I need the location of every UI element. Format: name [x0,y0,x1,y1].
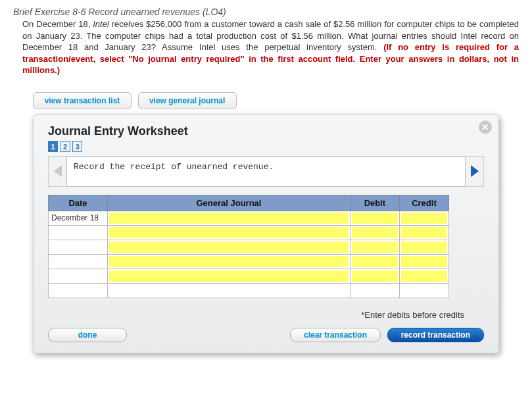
general-journal-cell[interactable] [108,283,351,298]
instruction-text: Record the receipt of unearned revenue. [66,156,466,187]
general-journal-cell[interactable] [108,211,351,225]
credit-cell[interactable] [399,269,448,283]
next-arrow[interactable] [466,156,484,187]
tab-buttons: view transaction list view general journ… [33,92,519,109]
col-date-header: Date [49,195,108,211]
record-transaction-button[interactable]: record transaction [387,328,484,342]
step-2[interactable]: 2 [60,141,70,152]
prev-arrow[interactable] [48,156,66,187]
general-journal-cell[interactable] [108,225,351,240]
date-cell[interactable] [49,269,108,283]
col-gj-header: General Journal [108,195,351,211]
table-row [49,269,449,283]
credit-cell[interactable] [399,211,448,225]
debit-cell[interactable] [350,269,399,283]
chevron-left-icon [54,165,62,177]
debit-cell[interactable] [350,283,399,298]
worksheet-title: Journal Entry Worksheet [48,124,484,138]
date-cell: December 18 [49,211,108,225]
credit-cell[interactable] [399,254,448,269]
debit-cell[interactable] [350,254,399,269]
credit-cell[interactable] [399,283,448,298]
exercise-title: Brief Exercise 8-6 Record unearned reven… [13,7,519,17]
bottom-row: done clear transaction record transactio… [48,328,484,342]
table-row: December 18 [49,211,449,225]
problem-part1: On December 18, [22,19,93,29]
general-journal-cell[interactable] [108,254,351,269]
table-row [49,283,449,298]
date-cell[interactable] [49,240,108,254]
journal-entry-table: Date General Journal Debit Credit Decemb… [48,195,449,298]
step-3[interactable]: 3 [72,141,82,152]
company-name: Intel [93,19,109,29]
table-row [49,240,449,254]
col-credit-header: Credit [399,195,448,211]
general-journal-cell[interactable] [108,240,351,254]
step-boxes: 1 2 3 [48,141,484,152]
credit-cell[interactable] [399,240,448,254]
debit-cell[interactable] [350,225,399,240]
done-button[interactable]: done [48,328,127,342]
clear-transaction-button[interactable]: clear transaction [290,328,381,342]
general-journal-cell[interactable] [108,269,351,283]
chevron-right-icon [471,165,479,177]
debit-cell[interactable] [350,240,399,254]
col-debit-header: Debit [350,195,399,211]
step-1[interactable]: 1 [48,141,58,152]
table-row [49,254,449,269]
credit-cell[interactable] [399,225,448,240]
debit-cell[interactable] [350,211,399,225]
journal-entry-worksheet: ✕ Journal Entry Worksheet 1 2 3 Record t… [33,115,499,353]
entry-hint: *Enter debits before credits [48,310,464,320]
date-cell[interactable] [49,254,108,269]
view-general-journal-button[interactable]: view general journal [138,92,237,109]
date-cell[interactable] [49,283,108,298]
close-icon[interactable]: ✕ [479,120,492,134]
date-cell[interactable] [49,225,108,240]
problem-text: On December 18, Intel receives $256,000 … [22,18,519,76]
table-row [49,225,449,240]
view-transaction-list-button[interactable]: view transaction list [33,92,132,109]
instruction-row: Record the receipt of unearned revenue. [48,156,484,187]
